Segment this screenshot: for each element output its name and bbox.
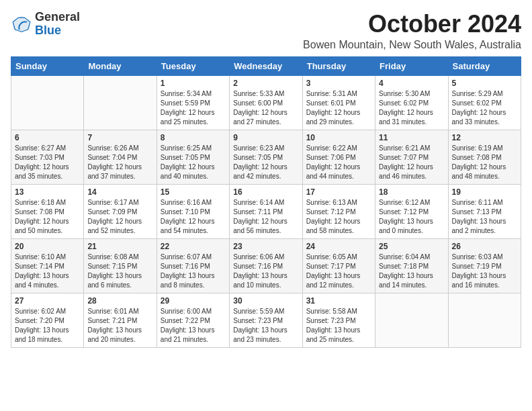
calendar-cell: 6Sunrise: 6:27 AM Sunset: 7:03 PM Daylig… [11,130,84,184]
main-title: October 2024 [303,11,521,38]
day-info: Sunrise: 6:05 AM Sunset: 7:17 PM Dayligh… [306,253,371,290]
day-number: 4 [379,79,444,88]
day-number: 30 [233,296,298,306]
calendar-cell: 14Sunrise: 6:17 AM Sunset: 7:09 PM Dayli… [84,184,157,238]
day-number: 7 [87,133,152,142]
calendar-cell: 16Sunrise: 6:14 AM Sunset: 7:11 PM Dayli… [230,184,302,238]
day-number: 12 [452,133,517,142]
day-info: Sunrise: 6:06 AM Sunset: 7:16 PM Dayligh… [233,253,298,290]
day-info: Sunrise: 6:04 AM Sunset: 7:18 PM Dayligh… [379,253,444,290]
calendar-cell: 10Sunrise: 6:22 AM Sunset: 7:06 PM Dayli… [302,130,375,184]
calendar-cell: 7Sunrise: 6:26 AM Sunset: 7:04 PM Daylig… [84,130,157,184]
day-info: Sunrise: 6:08 AM Sunset: 7:15 PM Dayligh… [87,253,152,290]
day-number: 5 [452,79,517,88]
day-info: Sunrise: 6:18 AM Sunset: 7:08 PM Dayligh… [15,198,80,236]
calendar-cell: 18Sunrise: 6:12 AM Sunset: 7:12 PM Dayli… [375,184,448,238]
calendar-cell: 20Sunrise: 6:10 AM Sunset: 7:14 PM Dayli… [11,238,84,293]
day-info: Sunrise: 6:25 AM Sunset: 7:05 PM Dayligh… [161,144,226,181]
day-info: Sunrise: 5:31 AM Sunset: 6:01 PM Dayligh… [306,89,371,127]
day-number: 17 [306,187,371,197]
day-info: Sunrise: 5:59 AM Sunset: 7:23 PM Dayligh… [233,307,298,345]
day-number: 25 [379,242,444,251]
day-info: Sunrise: 6:21 AM Sunset: 7:07 PM Dayligh… [379,144,444,181]
title-section: October 2024 Bowen Mountain, New South W… [303,11,521,51]
day-info: Sunrise: 6:01 AM Sunset: 7:21 PM Dayligh… [87,307,152,345]
day-info: Sunrise: 5:29 AM Sunset: 6:02 PM Dayligh… [452,89,517,127]
subtitle: Bowen Mountain, New South Wales, Austral… [303,39,521,51]
calendar-cell: 11Sunrise: 6:21 AM Sunset: 7:07 PM Dayli… [375,130,448,184]
day-header-wednesday: Wednesday [230,56,302,75]
day-number: 16 [233,187,298,197]
day-number: 18 [379,187,444,197]
calendar-header-row: SundayMondayTuesdayWednesdayThursdayFrid… [11,56,521,75]
day-info: Sunrise: 6:19 AM Sunset: 7:08 PM Dayligh… [452,144,517,181]
logo: General Blue [11,11,80,38]
day-number: 6 [15,133,80,142]
day-info: Sunrise: 6:23 AM Sunset: 7:05 PM Dayligh… [233,144,298,181]
day-info: Sunrise: 6:10 AM Sunset: 7:14 PM Dayligh… [15,253,80,290]
day-number: 26 [452,242,517,251]
day-info: Sunrise: 5:30 AM Sunset: 6:02 PM Dayligh… [379,89,444,127]
day-info: Sunrise: 6:14 AM Sunset: 7:11 PM Dayligh… [233,198,298,236]
day-number: 31 [306,296,371,306]
calendar-cell: 17Sunrise: 6:13 AM Sunset: 7:12 PM Dayli… [302,184,375,238]
week-row-3: 13Sunrise: 6:18 AM Sunset: 7:08 PM Dayli… [11,184,521,238]
day-info: Sunrise: 5:34 AM Sunset: 5:59 PM Dayligh… [161,89,226,127]
calendar-cell: 30Sunrise: 5:59 AM Sunset: 7:23 PM Dayli… [230,293,302,347]
calendar-cell: 23Sunrise: 6:06 AM Sunset: 7:16 PM Dayli… [230,238,302,293]
day-info: Sunrise: 6:26 AM Sunset: 7:04 PM Dayligh… [87,144,152,181]
svg-marker-0 [13,15,30,33]
day-number: 29 [161,296,226,306]
day-number: 11 [379,133,444,142]
calendar-cell [84,75,157,130]
calendar-cell [375,293,448,347]
day-number: 28 [87,296,152,306]
day-number: 9 [233,133,298,142]
logo-icon [11,13,32,35]
calendar-cell: 2Sunrise: 5:33 AM Sunset: 6:00 PM Daylig… [230,75,302,130]
calendar-cell: 9Sunrise: 6:23 AM Sunset: 7:05 PM Daylig… [230,130,302,184]
calendar-cell: 28Sunrise: 6:01 AM Sunset: 7:21 PM Dayli… [84,293,157,347]
day-info: Sunrise: 6:07 AM Sunset: 7:16 PM Dayligh… [161,253,226,290]
day-number: 13 [15,187,80,197]
day-number: 19 [452,187,517,197]
calendar-cell: 21Sunrise: 6:08 AM Sunset: 7:15 PM Dayli… [84,238,157,293]
calendar-cell: 3Sunrise: 5:31 AM Sunset: 6:01 PM Daylig… [302,75,375,130]
day-info: Sunrise: 6:02 AM Sunset: 7:20 PM Dayligh… [15,307,80,345]
calendar-cell: 12Sunrise: 6:19 AM Sunset: 7:08 PM Dayli… [448,130,521,184]
day-number: 20 [15,242,80,251]
day-number: 23 [233,242,298,251]
week-row-1: 1Sunrise: 5:34 AM Sunset: 5:59 PM Daylig… [11,75,521,130]
day-info: Sunrise: 6:16 AM Sunset: 7:10 PM Dayligh… [161,198,226,236]
header: General Blue October 2024 Bowen Mountain… [11,11,521,51]
day-header-saturday: Saturday [448,56,521,75]
calendar-cell: 5Sunrise: 5:29 AM Sunset: 6:02 PM Daylig… [448,75,521,130]
day-info: Sunrise: 5:58 AM Sunset: 7:23 PM Dayligh… [306,307,371,345]
day-info: Sunrise: 6:00 AM Sunset: 7:22 PM Dayligh… [161,307,226,345]
calendar-cell: 26Sunrise: 6:03 AM Sunset: 7:19 PM Dayli… [448,238,521,293]
day-header-tuesday: Tuesday [157,56,229,75]
day-info: Sunrise: 6:03 AM Sunset: 7:19 PM Dayligh… [452,253,517,290]
calendar-cell: 19Sunrise: 6:11 AM Sunset: 7:13 PM Dayli… [448,184,521,238]
calendar-cell: 8Sunrise: 6:25 AM Sunset: 7:05 PM Daylig… [157,130,229,184]
calendar: SundayMondayTuesdayWednesdayThursdayFrid… [11,56,521,348]
calendar-cell: 29Sunrise: 6:00 AM Sunset: 7:22 PM Dayli… [157,293,229,347]
day-number: 3 [306,79,371,88]
day-number: 1 [161,79,226,88]
logo-general: General [35,11,80,24]
week-row-5: 27Sunrise: 6:02 AM Sunset: 7:20 PM Dayli… [11,293,521,347]
logo-blue: Blue [35,24,80,38]
day-number: 21 [87,242,152,251]
calendar-cell: 22Sunrise: 6:07 AM Sunset: 7:16 PM Dayli… [157,238,229,293]
calendar-cell: 31Sunrise: 5:58 AM Sunset: 7:23 PM Dayli… [302,293,375,347]
day-number: 15 [161,187,226,197]
week-row-4: 20Sunrise: 6:10 AM Sunset: 7:14 PM Dayli… [11,238,521,293]
day-info: Sunrise: 6:12 AM Sunset: 7:12 PM Dayligh… [379,198,444,236]
day-info: Sunrise: 6:22 AM Sunset: 7:06 PM Dayligh… [306,144,371,181]
day-info: Sunrise: 5:33 AM Sunset: 6:00 PM Dayligh… [233,89,298,127]
calendar-cell: 25Sunrise: 6:04 AM Sunset: 7:18 PM Dayli… [375,238,448,293]
calendar-cell: 4Sunrise: 5:30 AM Sunset: 6:02 PM Daylig… [375,75,448,130]
week-row-2: 6Sunrise: 6:27 AM Sunset: 7:03 PM Daylig… [11,130,521,184]
calendar-cell [448,293,521,347]
day-number: 10 [306,133,371,142]
